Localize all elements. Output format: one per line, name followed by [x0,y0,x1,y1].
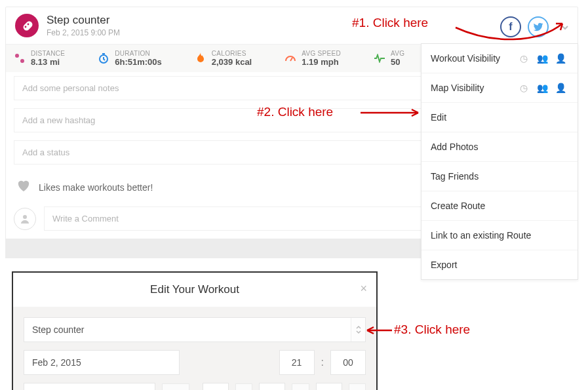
minute-input[interactable] [330,350,366,375]
duration-h-input[interactable] [203,383,229,390]
stat-duration-label: DURATION [115,50,162,57]
vis-private-icon[interactable]: 👤 [553,83,568,93]
likes-text: Likes make workouts better! [39,182,153,193]
annotation-2: #2. Click here [257,105,333,119]
title-block: Step counter Feb 2, 2015 9:00 PM [47,14,120,37]
distance-input[interactable] [24,383,155,390]
vis-friends-icon[interactable]: 👥 [534,83,550,93]
menu-item-link-route[interactable]: Link to an existing Route [421,221,578,250]
modal-close-icon[interactable]: × [360,282,367,296]
stat-calories: CALORIES 2,039 kcal [195,50,252,67]
stat-avgspeed-value: 1.19 mph [302,57,341,67]
vis-public-icon[interactable]: ◷ [516,53,532,64]
distance-icon [14,52,26,64]
share-buttons: f [500,16,549,37]
duration-s-input[interactable] [316,383,342,390]
svg-point-1 [28,24,29,26]
menu-label: Tag Friends [431,171,479,182]
unit-h: h [235,383,252,391]
menu-item-workout-visibility[interactable]: Workout Visibility ◷ 👥 👤 [421,44,578,73]
time-colon: : [321,357,324,368]
stat-duration-value: 6h:51m:00s [115,57,162,67]
visibility-icons: ◷ 👥 👤 [516,53,568,64]
menu-label: Edit [431,112,446,123]
select-caret-icon [351,318,365,341]
card-header: Step counter Feb 2, 2015 9:00 PM f [6,7,578,44]
avatar-icon [14,208,36,230]
hour-input[interactable] [279,350,315,375]
twitter-icon [533,22,543,32]
menu-item-edit[interactable]: Edit [421,103,578,132]
unit-s: s [349,383,366,391]
calories-icon [195,52,206,64]
stat-calories-value: 2,039 kcal [212,57,252,67]
workout-title: Step counter [47,14,120,27]
vis-private-icon[interactable]: 👤 [553,53,568,64]
options-chevron-icon[interactable] [560,23,570,32]
vis-public-icon[interactable]: ◷ [516,83,532,93]
annotation-3: #3. Click here [394,322,470,337]
activity-type-select[interactable]: Step counter [24,317,366,342]
stat-avghr-value: 50 [391,57,404,67]
vis-friends-icon[interactable]: 👥 [534,53,550,64]
svg-point-0 [25,26,27,28]
stat-duration: DURATION 6h:51m:00s [98,50,162,67]
activity-badge-icon [15,14,39,37]
stat-distance-label: DISTANCE [31,50,65,57]
modal-header: Edit Your Workout × [13,273,376,307]
facebook-icon: f [509,21,512,33]
workout-datetime: Feb 2, 2015 9:00 PM [47,28,120,37]
stat-avghr-label: AVG [391,50,404,57]
stat-avghr: AVG 50 [374,50,404,67]
modal-body: Step counter : mi h m s [13,307,376,390]
menu-item-create-route[interactable]: Create Route [421,191,578,221]
speed-icon [284,52,296,64]
menu-item-tag-friends[interactable]: Tag Friends [421,162,578,191]
unit-m: m [292,383,309,391]
menu-label: Map Visibility [431,83,484,93]
menu-label: Add Photos [431,142,478,152]
svg-point-4 [23,215,27,219]
duration-icon [98,52,109,64]
svg-rect-3 [102,53,105,54]
stat-avgspeed-label: AVG SPEED [302,50,341,57]
menu-item-map-visibility[interactable]: Map Visibility ◷ 👥 👤 [421,73,578,103]
options-menu: Workout Visibility ◷ 👥 👤 Map Visibility … [421,43,578,280]
distance-unit: mi [162,383,189,391]
edit-workout-modal: Edit Your Workout × Step counter : mi h [12,271,378,390]
stat-distance: DISTANCE 8.13 mi [14,50,65,67]
heart-icon[interactable] [16,179,31,196]
visibility-icons: ◷ 👥 👤 [516,83,568,93]
date-input[interactable] [24,350,180,375]
twitter-share-button[interactable] [528,16,549,37]
stat-distance-value: 8.13 mi [31,57,65,67]
menu-label: Create Route [431,201,485,211]
menu-label: Export [431,260,457,270]
stat-calories-label: CALORIES [212,50,252,57]
menu-label: Link to an existing Route [431,230,531,241]
modal-title: Edit Your Workout [150,283,239,296]
menu-item-export[interactable]: Export [421,250,578,279]
duration-m-input[interactable] [259,383,285,390]
facebook-share-button[interactable]: f [500,16,521,37]
stat-avgspeed: AVG SPEED 1.19 mph [284,50,341,67]
heartrate-icon [374,52,385,64]
menu-item-add-photos[interactable]: Add Photos [421,132,578,162]
annotation-1: #1. Click here [352,16,428,30]
activity-type-value: Step counter [32,324,84,335]
menu-label: Workout Visibility [431,53,500,64]
